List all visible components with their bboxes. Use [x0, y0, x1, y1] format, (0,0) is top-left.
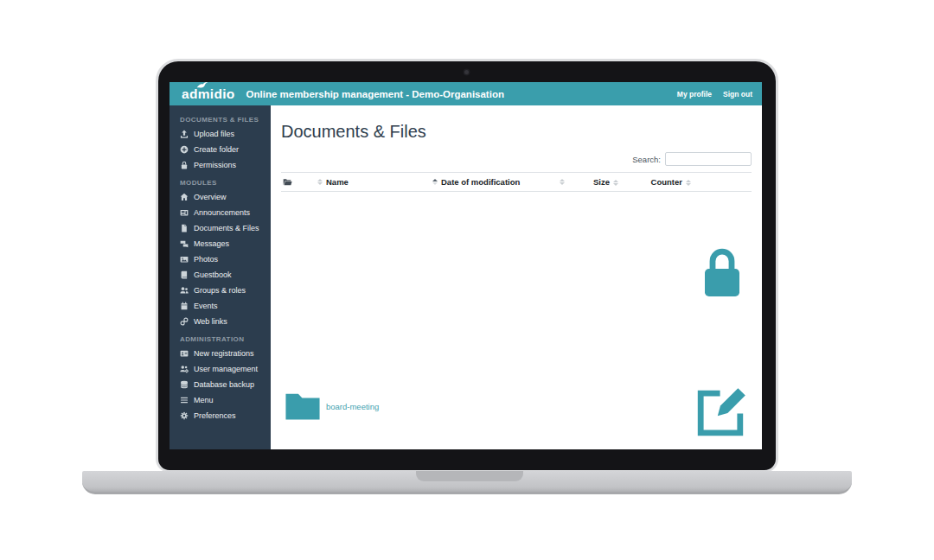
main-content: Documents & Files Search:	[271, 105, 762, 449]
database-icon	[180, 380, 189, 389]
sidebar-item-menu[interactable]: Menu	[170, 392, 271, 408]
sidebar-heading-documents-files: DOCUMENTS & FILES	[170, 110, 271, 126]
column-counter[interactable]: Counter	[620, 173, 693, 192]
column-size[interactable]: Size	[566, 173, 620, 192]
laptop-base	[82, 471, 852, 494]
sort-icon	[560, 179, 565, 186]
table-row: board-meeting	[281, 192, 752, 450]
files-table: Name Date of modification	[281, 172, 752, 449]
edit-icon[interactable]	[694, 347, 750, 450]
navbar-links: My profile Sign out	[677, 90, 752, 99]
table-header-row: Name Date of modification	[281, 173, 752, 192]
sidebar-heading-modules: MODULES	[170, 173, 271, 189]
sidebar-item-permissions[interactable]: Permissions	[170, 157, 271, 173]
column-type[interactable]	[281, 173, 324, 192]
sort-icon	[686, 180, 691, 187]
sidebar-item-photos[interactable]: Photos	[170, 251, 271, 267]
sidebar-item-preferences[interactable]: Preferences	[170, 408, 271, 423]
sort-icon	[613, 180, 618, 187]
sidebar-item-documents-files[interactable]: Documents & Files	[170, 220, 271, 236]
comments-icon	[180, 239, 189, 248]
home-icon	[180, 193, 189, 201]
calendar-icon	[180, 302, 189, 310]
lock-icon[interactable]	[694, 207, 750, 337]
sidebar-item-new-registrations[interactable]: New registrations	[170, 346, 271, 361]
admidio-logo[interactable]: admidio	[182, 82, 235, 105]
sidebar-item-overview[interactable]: Overview	[170, 189, 271, 205]
app-screen: admidio Online membership management - D…	[170, 82, 762, 449]
image-icon	[180, 255, 189, 264]
navbar-title: Online membership management - Demo-Orga…	[246, 89, 504, 99]
book-icon	[180, 270, 189, 279]
users-gear-icon	[180, 365, 189, 373]
column-name[interactable]: Name	[324, 173, 439, 192]
folder-open-icon	[283, 177, 292, 187]
sidebar-item-create-folder[interactable]: Create folder	[170, 142, 271, 157]
sign-out-link[interactable]: Sign out	[723, 90, 752, 99]
sidebar-item-web-links[interactable]: Web links	[170, 314, 271, 329]
link-icon	[180, 317, 189, 326]
newspaper-icon	[180, 208, 189, 217]
my-profile-link[interactable]: My profile	[677, 90, 712, 99]
sort-icon	[317, 179, 323, 186]
plus-circle-icon	[180, 145, 189, 154]
sidebar-item-database-backup[interactable]: Database backup	[170, 377, 271, 392]
column-date[interactable]: Date of modification	[439, 173, 566, 192]
sort-asc-icon	[432, 179, 438, 186]
file-icon	[180, 224, 189, 232]
column-actions	[693, 173, 752, 192]
sidebar-item-events[interactable]: Events	[170, 298, 271, 314]
laptop-bezel: admidio Online membership management - D…	[156, 59, 778, 473]
sidebar-item-announcements[interactable]: Announcements	[170, 205, 271, 220]
file-link[interactable]: board-meeting	[326, 402, 379, 411]
sidebar-item-groups-roles[interactable]: Groups & roles	[170, 283, 271, 298]
sidebar-item-user-management[interactable]: User management	[170, 361, 271, 377]
lock-icon	[180, 161, 189, 169]
search-input[interactable]	[665, 152, 752, 166]
laptop-base-notch	[416, 471, 523, 481]
gear-icon	[180, 411, 189, 420]
sidebar-item-guestbook[interactable]: Guestbook	[170, 267, 271, 283]
bars-icon	[180, 396, 189, 404]
sidebar-item-upload-files[interactable]: Upload files	[170, 126, 271, 142]
sidebar-heading-administration: ADMINISTRATION	[170, 329, 271, 346]
id-card-icon	[180, 349, 189, 358]
top-navbar: admidio Online membership management - D…	[170, 82, 762, 105]
sidebar-item-messages[interactable]: Messages	[170, 236, 271, 251]
upload-icon	[180, 130, 189, 138]
search-row: Search:	[281, 152, 752, 166]
page-title: Documents & Files	[281, 122, 752, 142]
users-icon	[180, 286, 189, 295]
bird-icon	[196, 82, 208, 89]
laptop-camera-icon	[464, 70, 469, 74]
folder-icon	[283, 341, 323, 449]
sidebar: DOCUMENTS & FILES Upload files Create fo…	[170, 105, 271, 449]
search-label: Search:	[632, 155, 661, 164]
